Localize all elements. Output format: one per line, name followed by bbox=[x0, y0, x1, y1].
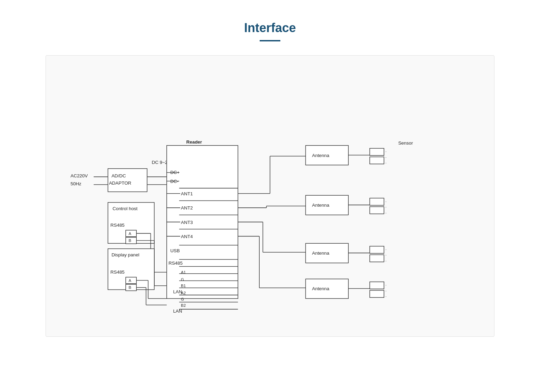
svg-text:·: · bbox=[385, 155, 386, 159]
svg-text:B1: B1 bbox=[181, 284, 186, 288]
svg-text:·: · bbox=[385, 211, 386, 215]
svg-rect-75 bbox=[370, 290, 384, 297]
svg-text:·: · bbox=[385, 149, 386, 154]
interface-diagram: .label { font-size: 13px; fill: #222; fo… bbox=[46, 55, 494, 337]
svg-text:·: · bbox=[385, 283, 386, 287]
svg-rect-65 bbox=[370, 207, 384, 214]
svg-text:RS485: RS485 bbox=[168, 261, 183, 266]
svg-rect-69 bbox=[370, 246, 384, 254]
svg-text:·: · bbox=[385, 205, 386, 209]
svg-text:·: · bbox=[385, 259, 386, 263]
svg-rect-74 bbox=[370, 282, 384, 289]
svg-text:Antenna: Antenna bbox=[312, 153, 329, 158]
svg-text:·: · bbox=[385, 161, 386, 165]
svg-text:USB: USB bbox=[170, 248, 180, 253]
svg-text:·: · bbox=[385, 199, 386, 204]
svg-text:LAN: LAN bbox=[173, 289, 182, 294]
svg-text:RS485: RS485 bbox=[110, 223, 125, 228]
svg-text:A: A bbox=[128, 232, 131, 236]
svg-text:Antenna: Antenna bbox=[312, 251, 329, 256]
svg-text:ANT2: ANT2 bbox=[181, 205, 193, 210]
svg-rect-70 bbox=[370, 255, 384, 262]
svg-text:AC220V: AC220V bbox=[70, 173, 88, 178]
svg-text:Sensor: Sensor bbox=[398, 141, 413, 146]
svg-text:Reader: Reader bbox=[186, 139, 202, 145]
svg-text:Control host: Control host bbox=[113, 206, 138, 211]
svg-text:·: · bbox=[385, 247, 386, 252]
svg-text:·: · bbox=[385, 289, 386, 293]
svg-text:·: · bbox=[385, 294, 386, 298]
svg-rect-59 bbox=[370, 148, 384, 156]
svg-text:A: A bbox=[128, 278, 131, 283]
page-title: Interface bbox=[244, 21, 296, 35]
svg-text:ADAPTOR: ADAPTOR bbox=[109, 180, 132, 186]
svg-text:Display panel: Display panel bbox=[112, 252, 139, 257]
svg-text:50Hz: 50Hz bbox=[70, 181, 81, 186]
svg-text:Antenna: Antenna bbox=[312, 203, 329, 208]
svg-text:G: G bbox=[181, 297, 184, 301]
svg-text:B: B bbox=[128, 285, 131, 290]
svg-text:B: B bbox=[128, 238, 131, 243]
svg-text:ANT3: ANT3 bbox=[181, 220, 193, 225]
svg-text:·: · bbox=[385, 253, 386, 257]
svg-text:ANT1: ANT1 bbox=[181, 191, 193, 196]
svg-text:ANT4: ANT4 bbox=[181, 234, 193, 239]
svg-text:AD/DC: AD/DC bbox=[112, 173, 126, 178]
svg-rect-60 bbox=[370, 157, 384, 164]
svg-text:Antenna: Antenna bbox=[312, 286, 329, 291]
svg-text:RS485: RS485 bbox=[110, 270, 125, 275]
title-underline bbox=[260, 40, 280, 41]
svg-text:B2: B2 bbox=[181, 303, 186, 307]
svg-rect-64 bbox=[370, 198, 384, 205]
